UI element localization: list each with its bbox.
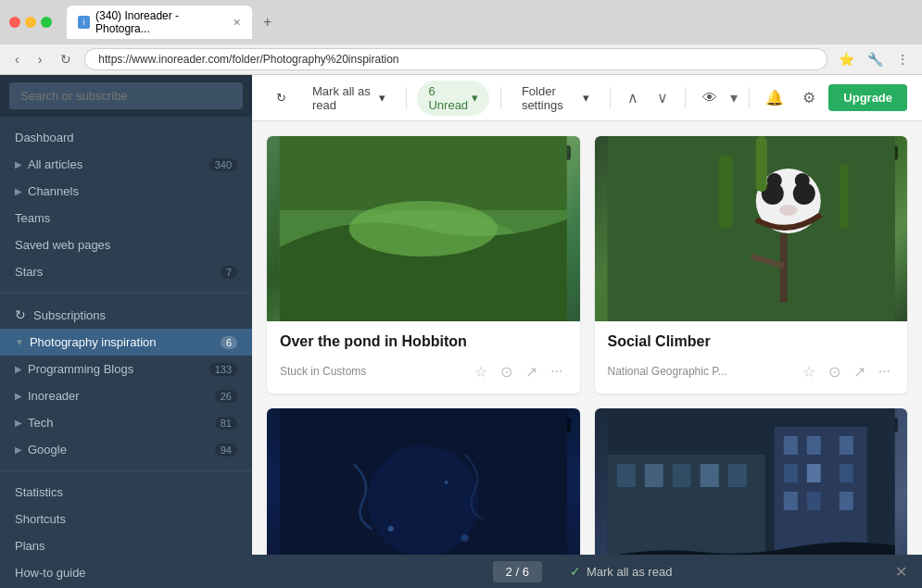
sidebar-item-teams[interactable]: Teams xyxy=(0,205,252,231)
sidebar-item-all-articles[interactable]: ▶ All articles 340 xyxy=(0,151,252,178)
card-title: Social Climber xyxy=(608,332,895,352)
read-later-icon[interactable]: ⊙ xyxy=(497,361,516,382)
folder-settings-dropdown[interactable]: Folder settings ▾ xyxy=(512,79,599,118)
svg-point-28 xyxy=(445,481,448,484)
card-meta: National Geographic P... ☆ ⊙ ↗ ··· xyxy=(608,361,895,382)
upgrade-button[interactable]: Upgrade xyxy=(828,84,907,111)
new-tab-button[interactable]: + xyxy=(256,10,279,34)
prev-arrow-icon[interactable]: ∧ xyxy=(622,83,644,112)
extensions-icon[interactable]: 🔧 xyxy=(864,50,887,69)
sidebar-divider xyxy=(0,293,252,294)
card-svg-hobbiton xyxy=(267,136,580,321)
card-image-underwater: 13h xyxy=(267,408,580,555)
next-arrow-icon[interactable]: ∨ xyxy=(651,83,674,112)
svg-rect-42 xyxy=(616,464,635,487)
tab-favicon: i xyxy=(78,16,90,29)
sidebar-nav: Dashboard ▶ All articles 340 ▶ Channels … xyxy=(0,117,252,588)
back-button[interactable]: ‹ xyxy=(9,49,25,69)
sidebar-item-saved-web-pages[interactable]: Saved web pages xyxy=(0,231,252,258)
star-icon[interactable]: ☆ xyxy=(471,361,491,382)
check-icon: ✓ xyxy=(570,564,581,579)
close-dot[interactable] xyxy=(9,17,20,28)
more-options-icon[interactable]: ··· xyxy=(875,361,894,382)
card-underwater: 13h xyxy=(267,408,580,555)
sidebar-item-inoreader[interactable]: ▶ Inoreader 26 xyxy=(0,382,252,409)
more-options-icon[interactable]: ··· xyxy=(547,361,566,382)
chevron-icon: ▶ xyxy=(15,159,22,169)
card-body-hobbiton: Over the pond in Hobbiton Stuck in Custo… xyxy=(267,321,580,394)
tab-title: (340) Inoreader - Photogra... xyxy=(95,9,227,35)
active-tab[interactable]: i (340) Inoreader - Photogra... ✕ xyxy=(67,6,252,39)
open-external-icon[interactable]: ↗ xyxy=(850,361,869,382)
svg-rect-11 xyxy=(607,136,894,321)
sidebar: Dashboard ▶ All articles 340 ▶ Channels … xyxy=(0,75,252,588)
read-later-icon[interactable]: ⊙ xyxy=(825,361,844,382)
svg-point-15 xyxy=(771,192,780,201)
svg-rect-46 xyxy=(727,464,746,487)
sidebar-item-photography-inspiration[interactable]: ▼ Photography inspiration 6 xyxy=(0,329,252,356)
subscriptions-header[interactable]: ↻ Subscriptions xyxy=(0,301,252,329)
refresh-button[interactable]: ↻ xyxy=(55,49,77,69)
url-bar[interactable] xyxy=(84,48,827,70)
chevron-icon: ▼ xyxy=(15,337,24,347)
refresh-icon: ↻ xyxy=(276,91,286,105)
browser-nav-icons: ⭐ 🔧 ⋮ xyxy=(835,50,913,69)
right-panel: ↻ Mark all as read ▾ 6 Unread ▾ Folder s… xyxy=(252,75,922,588)
browser-dots xyxy=(9,17,52,28)
sidebar-item-dashboard[interactable]: Dashboard xyxy=(0,124,252,151)
sidebar-item-shortcuts[interactable]: Shortcuts xyxy=(0,506,252,532)
svg-rect-34 xyxy=(839,436,853,455)
svg-point-29 xyxy=(461,534,469,542)
notification-icon[interactable]: 🔔 xyxy=(760,83,789,112)
chevron-icon: ▶ xyxy=(15,186,22,196)
mark-all-as-read-dropdown[interactable]: Mark all as read ▾ xyxy=(303,79,395,118)
chevron-icon: ▶ xyxy=(15,391,22,401)
unread-filter[interactable]: 6 Unread ▾ xyxy=(417,81,489,116)
view-icon[interactable]: 👁 xyxy=(697,84,723,112)
svg-rect-22 xyxy=(718,155,732,229)
sidebar-item-stars[interactable]: Stars 7 xyxy=(0,258,252,285)
svg-rect-24 xyxy=(839,164,848,229)
search-input[interactable] xyxy=(9,82,243,109)
svg-rect-33 xyxy=(806,436,820,455)
bottom-close-icon[interactable]: ✕ xyxy=(895,563,907,581)
bookmark-icon[interactable]: ⭐ xyxy=(835,50,858,69)
app-container: Dashboard ▶ All articles 340 ▶ Channels … xyxy=(0,75,922,588)
toolbar-separator-3 xyxy=(610,87,611,109)
sidebar-item-programming-blogs[interactable]: ▶ Programming Blogs 133 xyxy=(0,356,252,382)
forward-button[interactable]: › xyxy=(32,49,48,69)
menu-icon[interactable]: ⋮ xyxy=(892,50,913,69)
card-svg-underwater xyxy=(267,408,580,555)
toolbar-separator xyxy=(406,87,407,109)
star-icon[interactable]: ☆ xyxy=(799,361,819,382)
sidebar-header xyxy=(0,75,252,117)
svg-rect-44 xyxy=(672,464,690,487)
card-image-building: 19h xyxy=(595,408,908,555)
sidebar-item-how-to-guide[interactable]: How-to guide xyxy=(0,559,252,586)
svg-point-18 xyxy=(766,173,781,188)
sidebar-item-google[interactable]: ▶ Google 94 xyxy=(0,436,252,463)
mark-all-as-read-button[interactable]: ✓ Mark all as read xyxy=(561,560,681,582)
tab-close-icon[interactable]: ✕ xyxy=(233,17,241,29)
maximize-dot[interactable] xyxy=(41,17,52,28)
sidebar-item-statistics[interactable]: Statistics xyxy=(0,479,252,506)
toolbar-separator-2 xyxy=(500,87,501,109)
bottom-bar: 2 / 6 ✓ Mark all as read ✕ xyxy=(252,555,922,588)
sidebar-divider-2 xyxy=(0,470,252,471)
sidebar-item-plans[interactable]: Plans xyxy=(0,532,252,559)
sidebar-item-channels[interactable]: ▶ Channels xyxy=(0,178,252,205)
sidebar-item-tech[interactable]: ▶ Tech 81 xyxy=(0,409,252,436)
minimize-dot[interactable] xyxy=(25,17,36,28)
refresh-button[interactable]: ↻ xyxy=(267,85,296,110)
toolbar-separator-4 xyxy=(685,87,686,109)
chevron-icon: ▶ xyxy=(15,418,22,428)
svg-rect-40 xyxy=(839,492,853,510)
view-dropdown-arrow[interactable]: ▾ xyxy=(730,89,738,106)
settings-icon[interactable]: ⚙ xyxy=(797,83,821,112)
browser-tabs: i (340) Inoreader - Photogra... ✕ + xyxy=(67,6,279,39)
card-panda: 7h xyxy=(595,136,908,394)
card-title: Over the pond in Hobbiton xyxy=(280,332,567,352)
dropdown-arrow-icon: ▾ xyxy=(472,91,478,105)
open-external-icon[interactable]: ↗ xyxy=(522,361,541,382)
browser-chrome: i (340) Inoreader - Photogra... ✕ + ‹ › … xyxy=(0,0,922,75)
